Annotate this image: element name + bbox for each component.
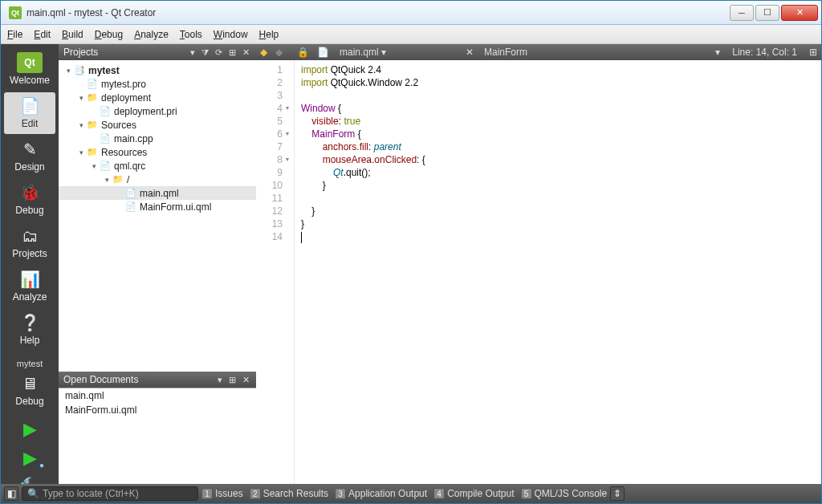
menu-debug[interactable]: Debug (95, 29, 123, 40)
close-panel-icon[interactable]: ✕ (241, 375, 251, 385)
mode-projects[interactable]: 🗂Projects (4, 222, 55, 264)
cursor-position[interactable]: Line: 14, Col: 1 (724, 47, 805, 58)
symbol-selector[interactable]: MainForm (478, 47, 711, 58)
menu-edit[interactable]: Edit (34, 29, 51, 40)
split-icon[interactable]: ⊞ (227, 375, 238, 385)
menu-tools[interactable]: Tools (180, 29, 202, 40)
close-file-button[interactable]: ✕ (462, 47, 478, 58)
output-pane-qml-js-console[interactable]: 5QML/JS Console (521, 486, 608, 501)
mode-edit-label: Edit (22, 118, 39, 129)
tree-node[interactable]: 📄deployment.pri (59, 104, 256, 118)
file-selector[interactable]: main.qml ▾ (333, 47, 462, 58)
analyze-icon: 📊 (17, 269, 43, 290)
output-pane-issues[interactable]: 1Issues (201, 486, 243, 501)
mode-design-label: Design (14, 161, 44, 173)
run-button[interactable]: ▶ (14, 417, 46, 442)
tree-node[interactable]: ▾📁deployment (59, 91, 256, 104)
mode-analyze-label: Analyze (13, 291, 47, 303)
debug-run-button[interactable]: ▶● (14, 445, 46, 471)
open-documents-list[interactable]: main.qmlMainForm.ui.qml (59, 388, 256, 484)
minimize-button[interactable]: ─ (730, 5, 754, 21)
code-editor[interactable]: 1234▾56▾78▾91011121314 import QtQuick 2.… (256, 60, 821, 484)
mode-help-label: Help (20, 335, 40, 346)
tree-node[interactable]: ▾📁/ (59, 173, 256, 186)
menubar: File Edit Build Debug Analyze Tools Wind… (1, 25, 821, 44)
mode-bar: QtWelcome 📄Edit ✎Design 🐞Debug 🗂Projects… (1, 44, 59, 484)
menu-build[interactable]: Build (62, 29, 83, 40)
output-pane-expand-button[interactable]: ⇕ (610, 486, 625, 501)
tree-node[interactable]: 📄main.cpp (59, 132, 256, 145)
status-bar: ◧ 🔍 Type to locate (Ctrl+K) 1Issues2Sear… (1, 484, 821, 503)
kit-project-label: mytest (17, 359, 43, 368)
locator-placeholder: Type to locate (Ctrl+K) (43, 488, 139, 499)
projects-panel-header: Projects ▾ ⧩ ⟳ ⊞ ✕ (59, 44, 256, 60)
file-type-icon: 📄 (313, 47, 333, 58)
tree-node[interactable]: ▾📑mytest (59, 63, 256, 77)
toggle-sidebar-button[interactable]: ◧ (4, 486, 18, 501)
code-area[interactable]: import QtQuick 2.4import QtQuick.Window … (295, 60, 821, 484)
open-doc-item[interactable]: main.qml (59, 388, 256, 403)
tree-node[interactable]: 📄main.qml (59, 186, 256, 200)
project-tree[interactable]: ▾📑mytest 📄mytest.pro▾📁deployment 📄deploy… (59, 60, 256, 372)
editor-toolbar: ◆ ◆ 🔒 📄 main.qml ▾ ✕ MainForm ▾ Line: 14… (256, 44, 821, 60)
output-pane-compile-output[interactable]: 4Compile Output (433, 486, 514, 501)
open-docs-title: Open Documents (63, 374, 213, 385)
tree-node[interactable]: ▾📁Resources (59, 145, 256, 159)
locator-input[interactable]: 🔍 Type to locate (Ctrl+K) (22, 486, 198, 501)
current-file-label: main.qml (340, 47, 379, 58)
mode-welcome-label: Welcome (10, 75, 50, 86)
mode-analyze[interactable]: 📊Analyze (4, 266, 55, 307)
tree-node[interactable]: 📄MainForm.ui.qml (59, 200, 256, 213)
menu-window[interactable]: Window (214, 29, 248, 40)
app-icon: Qt (9, 6, 22, 19)
mode-projects-label: Projects (12, 248, 47, 259)
output-pane-search-results[interactable]: 2Search Results (250, 486, 328, 501)
open-docs-header: Open Documents ▾ ⊞ ✕ (59, 372, 256, 388)
tree-node[interactable]: ▾📄qml.qrc (59, 159, 256, 173)
edit-icon: 📄 (17, 96, 43, 116)
split-icon[interactable]: ⊞ (227, 47, 238, 58)
open-doc-item[interactable]: MainForm.ui.qml (59, 403, 256, 417)
chevron-down-icon[interactable]: ▾ (711, 47, 724, 58)
nav-back-button[interactable]: ◆ (256, 47, 271, 58)
mode-help[interactable]: ❔Help (4, 309, 55, 351)
tree-node[interactable]: 📄mytest.pro (59, 77, 256, 91)
close-button[interactable]: ✕ (781, 5, 818, 21)
menu-help[interactable]: Help (259, 29, 279, 40)
projects-icon: 🗂 (17, 226, 43, 246)
kit-label: Debug (15, 396, 43, 407)
mode-edit[interactable]: 📄Edit (4, 92, 55, 134)
mode-design[interactable]: ✎Design (4, 136, 55, 177)
mode-welcome[interactable]: QtWelcome (4, 49, 55, 91)
mode-debug[interactable]: 🐞Debug (4, 179, 55, 221)
window-title: main.qml - mytest - Qt Creator (26, 7, 728, 18)
kit-selector[interactable]: 🖥Debug (4, 370, 55, 412)
tree-node[interactable]: ▾📁Sources (59, 118, 256, 132)
menu-file[interactable]: File (7, 29, 22, 40)
projects-panel-title: Projects (63, 47, 185, 58)
chevron-down-icon[interactable]: ▾ (216, 375, 224, 385)
help-icon: ❔ (17, 312, 43, 333)
maximize-button[interactable]: ☐ (755, 5, 779, 21)
lock-icon[interactable]: 🔒 (293, 47, 313, 58)
output-pane-application-output[interactable]: 3Application Output (335, 486, 427, 501)
monitor-icon: 🖥 (17, 373, 43, 394)
current-symbol-label: MainForm (484, 47, 527, 58)
split-editor-icon[interactable]: ⊞ (805, 47, 821, 58)
debug-icon: 🐞 (17, 182, 43, 203)
chevron-down-icon[interactable]: ▾ (189, 47, 197, 58)
search-icon: 🔍 (27, 488, 39, 499)
qt-logo-icon: Qt (17, 52, 43, 73)
design-icon: ✎ (17, 139, 43, 160)
filter-icon[interactable]: ⧩ (200, 47, 210, 58)
close-panel-icon[interactable]: ✕ (241, 47, 251, 58)
line-number-gutter[interactable]: 1234▾56▾78▾91011121314 (256, 60, 295, 484)
menu-analyze[interactable]: Analyze (134, 29, 169, 40)
titlebar: Qt main.qml - mytest - Qt Creator ─ ☐ ✕ (1, 1, 821, 25)
mode-debug-label: Debug (15, 205, 43, 216)
nav-forward-button[interactable]: ◆ (271, 47, 287, 58)
sync-icon[interactable]: ⟳ (214, 47, 224, 58)
